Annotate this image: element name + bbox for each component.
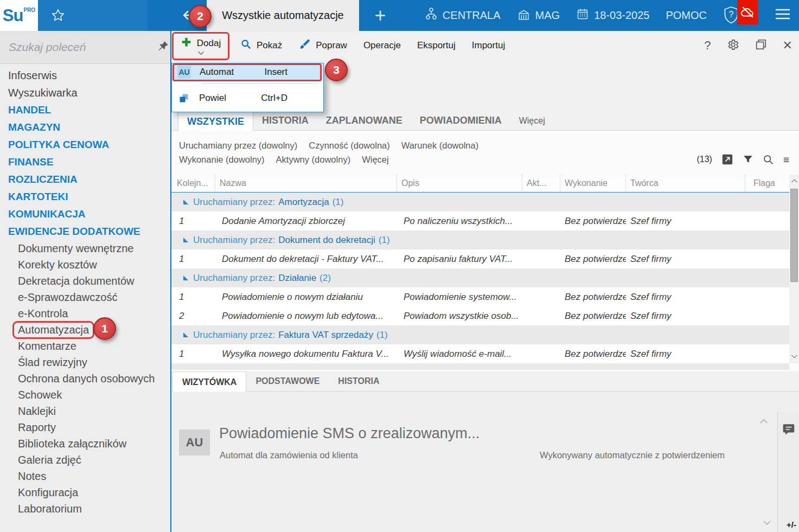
- pin-icon[interactable]: [157, 40, 169, 54]
- column-header-wykonanie[interactable]: Wykonanie: [560, 175, 626, 192]
- sidebar-item-wyszukiwarka[interactable]: Wyszukiwarka: [0, 84, 170, 101]
- sidebar-item-konfiguracja[interactable]: Konfiguracja: [0, 484, 170, 501]
- security-status[interactable]: ?: [723, 0, 758, 31]
- table-row-powiadomienie-o-nowym-działaniu[interactable]: 1Powiadomienie o nowym działaniuPowiadom…: [171, 287, 789, 306]
- branch-selector[interactable]: MAG: [517, 8, 560, 24]
- menu-item-powiel[interactable]: Powiel Ctrl+D: [172, 89, 323, 107]
- group-row-działanie[interactable]: Uruchamiany przez:Działanie(2): [171, 268, 789, 287]
- column-header-twórca[interactable]: Twórca: [626, 175, 745, 192]
- filter-execution[interactable]: Wykonanie (dowolny): [179, 155, 265, 165]
- column-header-akt[interactable]: Akt...: [522, 175, 560, 192]
- group-row-dokument-do-dekretacji[interactable]: Uruchamiany przez:Dokument do dekretacji…: [171, 230, 789, 249]
- table-row-powiadomienie-o-nowym-lub-edytowa[interactable]: 2Powiadomienie o nowym lub edytowa...Pow…: [171, 306, 789, 325]
- sidebar-item-biblioteka-załączników[interactable]: Biblioteka załączników: [0, 435, 170, 452]
- tab-powiadomienia[interactable]: POWIADOMIENIA: [411, 111, 510, 130]
- sidebar: InfoserwisWyszukiwarkaHANDELMAGAZYNPOLIT…: [0, 31, 171, 532]
- open-external-icon[interactable]: [721, 153, 733, 165]
- tab-podstawowe[interactable]: PODSTAWOWE: [246, 371, 329, 391]
- cloud-offline-badge[interactable]: [737, 0, 758, 24]
- close-icon[interactable]: ✕: [783, 40, 792, 52]
- sidebar-item-schowek[interactable]: Schowek: [0, 387, 170, 403]
- show-button[interactable]: Pokaż: [232, 31, 290, 60]
- sidebar-item-ślad-rewizyjny[interactable]: Ślad rewizyjny: [0, 354, 170, 370]
- sidebar-item-infoserwis[interactable]: Infoserwis: [0, 67, 170, 84]
- filter-active[interactable]: Aktywny (dowolny): [276, 155, 351, 165]
- sidebar-item-ochrona-danych-osobowych[interactable]: Ochrona danych osobowych: [0, 370, 170, 387]
- tab-historia-detail[interactable]: HISTORIA: [329, 371, 388, 391]
- sidebar-item-dekretacja-dokumentów[interactable]: Dekretacja dokumentów: [0, 273, 170, 289]
- restore-window-icon[interactable]: [755, 39, 767, 53]
- column-header-flaga[interactable]: Flaga: [745, 175, 789, 192]
- gear-icon[interactable]: [727, 39, 739, 53]
- sidebar-item-galeria-zdjęć[interactable]: Galeria zdjęć: [0, 452, 170, 468]
- sidebar-item-raporty[interactable]: Raporty: [0, 419, 170, 435]
- group-row-amortyzacja[interactable]: Uruchamiany przez:Amortyzacja(1): [171, 193, 789, 211]
- sidebar-item-notes[interactable]: Notes: [0, 468, 170, 484]
- table-row-dokument-do-dekretacji-faktury-vat[interactable]: 1Dokument do dekretacji - Faktury VAT...…: [171, 249, 789, 268]
- sidebar-item-komentarze[interactable]: Komentarze: [0, 338, 170, 354]
- quick-search-icon[interactable]: [763, 154, 774, 165]
- filter-trigger[interactable]: Uruchamiany przez (dowolny): [179, 140, 297, 151]
- group-expand-icon[interactable]: [183, 332, 188, 337]
- help-icon[interactable]: ?: [704, 40, 711, 52]
- annotation-rect-automat: [172, 63, 322, 81]
- help-menu[interactable]: POMOC: [666, 9, 707, 22]
- new-tab-button[interactable]: +: [359, 0, 401, 31]
- panel-scroll-down-icon[interactable]: [763, 518, 771, 528]
- sidebar-item-naklejki[interactable]: Naklejki: [0, 403, 170, 419]
- sidebar-item-e-sprawozdawczość[interactable]: e-Sprawozdawczość: [0, 289, 170, 305]
- operations-button[interactable]: Operacje: [355, 31, 409, 60]
- tab-wszystkie[interactable]: WSZYSTKIE: [178, 111, 253, 131]
- comment-icon[interactable]: [782, 422, 796, 439]
- table-scrollbar[interactable]: [789, 175, 799, 363]
- edit-button[interactable]: Popraw: [290, 31, 355, 60]
- window-tab-active[interactable]: Wszystkie automatyzacje: [207, 0, 359, 31]
- tab-historia[interactable]: HISTORIA: [253, 111, 317, 130]
- table-row-wysyłka-nowego-dokumentu-faktura-v[interactable]: 1Wysyłka nowego dokumentu Faktura V...Wy…: [171, 344, 789, 363]
- sidebar-item-automatyzacja[interactable]: 1Automatyzacja: [0, 322, 170, 338]
- scroll-up-icon[interactable]: [789, 176, 799, 185]
- column-header-opis[interactable]: Opis: [397, 175, 522, 192]
- sidebar-item-label: Notes: [18, 470, 46, 483]
- sidebar-item-korekty-kosztów[interactable]: Korekty kosztów: [0, 257, 170, 273]
- sidebar-item-handel[interactable]: HANDEL: [0, 101, 170, 119]
- add-button[interactable]: Dodaj: [172, 33, 229, 60]
- group-expand-icon[interactable]: [183, 238, 188, 242]
- column-menu-icon[interactable]: ≡: [783, 155, 789, 165]
- scroll-down-icon[interactable]: [789, 351, 799, 361]
- group-expand-icon[interactable]: [183, 275, 188, 280]
- panel-scroll-up-icon[interactable]: [759, 416, 768, 426]
- sidebar-item-kartoteki[interactable]: KARTOTEKI: [0, 188, 170, 206]
- sidebar-item-komunikacja[interactable]: KOMUNIKACJA: [0, 206, 170, 223]
- date-selector[interactable]: 18-03-2025: [576, 8, 649, 23]
- tab-zaplanowane[interactable]: ZAPLANOWANE: [317, 111, 411, 130]
- tab-wizytowka[interactable]: WIZYTÓWKA: [172, 371, 246, 392]
- scrollbar-thumb[interactable]: [790, 189, 798, 282]
- tab-more[interactable]: Więcej: [510, 111, 554, 130]
- import-button[interactable]: Importuj: [464, 31, 513, 60]
- sidebar-item-e-kontrola[interactable]: e-Kontrola: [0, 305, 170, 322]
- sidebar-item-rozliczenia[interactable]: ROZLICZENIA: [0, 171, 170, 188]
- sidebar-item-laboratorium[interactable]: Laboratorium: [0, 501, 170, 517]
- star-icon[interactable]: [51, 8, 65, 24]
- group-expand-icon[interactable]: [183, 200, 188, 204]
- group-row-faktura-vat-sprzedaży[interactable]: Uruchamiany przez:Faktura VAT sprzedaży(…: [171, 325, 789, 344]
- sidebar-item-magazyn[interactable]: MAGAZYN: [0, 119, 170, 136]
- filter-condition[interactable]: Warunek (dowolna): [401, 140, 478, 151]
- sidebar-item-polityka-cenowa[interactable]: POLITYKA CENOWA: [0, 136, 170, 153]
- column-header-nazwa[interactable]: Nazwa: [215, 175, 397, 192]
- export-button[interactable]: Eksportuj: [409, 31, 464, 60]
- search-input[interactable]: [9, 41, 157, 54]
- filter-more[interactable]: Więcej: [362, 155, 389, 165]
- sidebar-item-finanse[interactable]: FINANSE: [0, 153, 170, 171]
- command-search[interactable]: [0, 31, 170, 64]
- filter-action[interactable]: Czynność (dowolna): [309, 140, 389, 151]
- menu-item-automat[interactable]: AU Automat Insert: [172, 63, 323, 81]
- sidebar-item-ewidencje-dodatkowe[interactable]: EWIDENCJE DODATKOWE: [0, 223, 170, 240]
- funnel-icon[interactable]: [743, 154, 753, 165]
- column-header-kolejn[interactable]: Kolejn...: [171, 175, 215, 192]
- hamburger-menu-icon[interactable]: [774, 7, 791, 24]
- table-row-dodanie-amortyzacji-zbiorczej[interactable]: 1Dodanie Amortyzacji zbiorczejPo nalicze…: [171, 211, 789, 230]
- company-selector[interactable]: CENTRALA: [425, 7, 501, 24]
- sidebar-item-dokumenty-wewnętrzne[interactable]: Dokumenty wewnętrzne: [0, 240, 170, 257]
